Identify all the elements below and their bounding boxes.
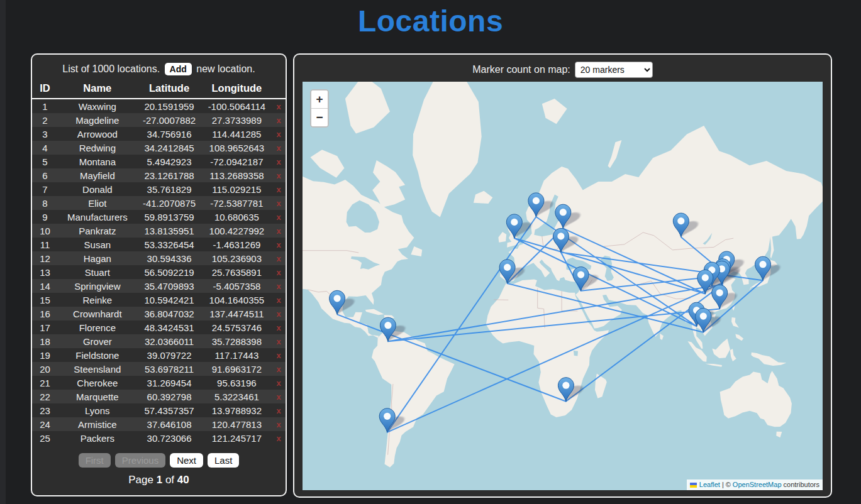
delete-row-button[interactable]: x [272,141,286,155]
delete-row-button[interactable]: x [272,403,286,417]
delete-row-button[interactable]: x [272,210,286,224]
map-canvas [303,82,823,490]
zoom-out-button[interactable]: − [311,108,328,126]
row-id: 10 [32,224,58,238]
add-location-button[interactable]: Add [165,63,192,75]
table-row: 14Springview35.4709893-5.4057358x [32,279,286,293]
delete-row-button[interactable]: x [272,182,286,196]
map[interactable]: + − Leaflet | © OpenStreetMap contributo… [303,82,823,490]
delete-row-button[interactable]: x [272,265,286,279]
table-row: 7Donald35.761829115.029215x [32,182,286,196]
row-name: Springview [58,279,137,293]
page-word: Page [128,474,153,486]
delete-row-button[interactable]: x [272,334,286,348]
row-longitude: -72.5387781 [201,196,272,210]
row-latitude: 32.0366011 [137,334,202,348]
map-zoom-control: + − [310,89,329,128]
row-latitude: 13.8135951 [137,224,202,238]
first-page-button: First [79,453,111,468]
delete-row-button[interactable]: x [272,168,286,182]
last-page-button[interactable]: Last [208,453,239,468]
delete-row-button[interactable]: x [272,127,286,141]
row-longitude: 27.3733989 [201,113,272,127]
row-id: 7 [32,182,58,196]
table-row: 1Waxwing20.1591959-100.5064114x [32,99,286,113]
delete-row-button[interactable]: x [272,376,286,390]
table-row: 5Montana5.4942923-72.0942187x [32,155,286,168]
row-latitude: 34.756916 [137,127,202,141]
row-name: Lyons [58,403,137,417]
row-longitude: -100.5064114 [201,99,272,113]
row-id: 3 [32,127,58,141]
row-name: Fieldstone [58,348,137,362]
attribution-suffix: contributors [784,481,819,489]
delete-row-button[interactable]: x [272,320,286,334]
next-page-button[interactable]: Next [170,453,203,468]
row-longitude: -72.0942187 [201,155,272,168]
previous-page-button: Previous [115,453,165,468]
column-header-longitude: Longitude [201,81,272,99]
table-row: 15Reinke10.5942421104.1640355x [32,293,286,307]
row-longitude: 114.441285 [201,127,272,141]
row-longitude: 25.7635891 [201,265,272,279]
table-row: 16Crownhardt36.8047032137.4474511x [32,307,286,320]
delete-row-button[interactable]: x [272,113,286,127]
table-row: 8Eliot-41.2070875-72.5387781x [32,196,286,210]
row-longitude: 137.4474511 [201,307,272,320]
delete-row-button[interactable]: x [272,224,286,238]
row-id: 8 [32,196,58,210]
row-id: 11 [32,238,58,251]
copyright-symbol: © [726,481,731,489]
delete-row-button[interactable]: x [272,196,286,210]
map-attribution: Leaflet | © OpenStreetMap contributors [687,479,823,490]
locations-caption: List of 1000 locations. Add new location… [32,63,286,75]
row-name: Packers [58,431,137,445]
table-row: 12Hagan30.594336105.236903x [32,251,286,265]
row-name: Arrowood [58,127,137,141]
delete-row-button[interactable]: x [272,348,286,362]
table-row: 21Cherokee31.26945495.63196x [32,376,286,390]
map-lake [574,351,578,356]
delete-row-button[interactable]: x [272,431,286,445]
delete-row-button[interactable]: x [272,390,286,403]
delete-row-button[interactable]: x [272,307,286,320]
table-row: 22Marquette60.3927985.3223461x [32,390,286,403]
table-row: 20Steensland53.697821191.6963172x [32,362,286,376]
caption-suffix: new location. [196,63,255,74]
row-id: 15 [32,293,58,307]
page-edge [0,0,6,504]
row-latitude: 30.594336 [137,251,202,265]
marker-count-label: Marker count on map: [472,64,570,75]
row-latitude: 56.5092219 [137,265,202,279]
table-header-row: ID Name Latitude Longitude [32,81,286,99]
table-row: 23Lyons57.435735713.9788932x [32,403,286,417]
page-indicator: Page 1 of 40 [32,474,286,486]
row-longitude: 35.7288398 [201,334,272,348]
delete-row-button[interactable]: x [272,293,286,307]
zoom-in-button[interactable]: + [311,90,328,108]
row-id: 19 [32,348,58,362]
delete-row-button[interactable]: x [272,362,286,376]
table-row: 13Stuart56.509221925.7635891x [32,265,286,279]
delete-row-button[interactable]: x [272,155,286,168]
row-longitude: -5.4057358 [201,279,272,293]
leaflet-link[interactable]: Leaflet [699,481,720,489]
column-header-id: ID [32,81,58,99]
openstreetmap-link[interactable]: OpenStreetMap [733,481,782,489]
row-id: 2 [32,113,58,127]
row-name: Crownhardt [58,307,137,320]
row-latitude: 53.6978211 [137,362,202,376]
delete-row-button[interactable]: x [272,279,286,293]
row-longitude: 10.680635 [201,210,272,224]
row-name: Hagan [58,251,137,265]
delete-row-button[interactable]: x [272,99,286,113]
row-latitude: -27.0007882 [137,113,202,127]
delete-row-button[interactable]: x [272,417,286,431]
marker-count-select[interactable]: 20 markers [575,62,653,78]
row-latitude: 37.646108 [137,417,202,431]
locations-panel: List of 1000 locations. Add new location… [31,53,287,496]
row-id: 18 [32,334,58,348]
delete-row-button[interactable]: x [272,251,286,265]
delete-row-button[interactable]: x [272,238,286,251]
table-row: 2Magdeline-27.000788227.3733989x [32,113,286,127]
